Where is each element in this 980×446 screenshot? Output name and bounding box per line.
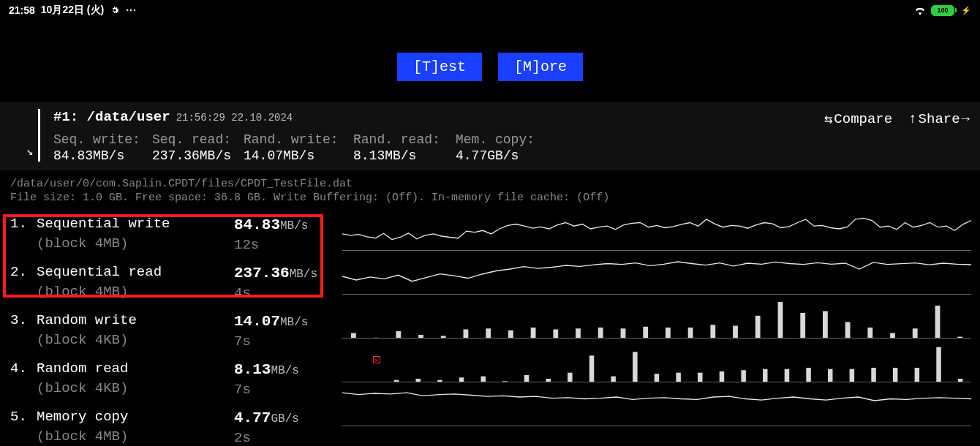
more-button[interactable]: [M]ore [498, 53, 583, 81]
result-summary-panel: ↘ #1: /data/user 21:56:29 22.10.2024 Seq… [0, 102, 980, 170]
run-title: #1: /data/user [53, 109, 170, 125]
svg-rect-38 [568, 373, 573, 382]
val-rand-read: 8.13MB/s [353, 148, 456, 163]
compare-icon: ⇆ [824, 110, 832, 128]
compare-button[interactable]: ⇆ Compare [824, 110, 892, 128]
test-value: 8.13 [234, 361, 271, 378]
chart-seq-read [342, 258, 971, 295]
svg-rect-13 [643, 327, 648, 339]
svg-rect-22 [845, 322, 851, 339]
top-button-bar: [T]est [M]ore [0, 20, 980, 102]
status-time: 21:58 [9, 4, 35, 16]
gear-icon [110, 5, 120, 15]
share-right-icon: → [962, 111, 970, 127]
svg-rect-20 [800, 313, 805, 339]
test-block: (block 4KB) [37, 330, 234, 350]
svg-rect-17 [733, 326, 738, 339]
svg-rect-15 [688, 328, 693, 339]
test-unit: MB/s [280, 316, 308, 329]
chart-seq-write [342, 214, 971, 251]
label-rand-read: Rand. read: [353, 132, 456, 147]
svg-rect-54 [915, 368, 920, 382]
test-unit: MB/s [290, 268, 317, 281]
val-seq-write: 84.83MB/s [53, 148, 152, 163]
chart-mem-copy [342, 390, 971, 426]
svg-rect-21 [823, 311, 828, 339]
test-row-seq-write: 1. Sequential write (block 4MB) 84.83MB/… [1, 210, 331, 258]
test-file-params: File size: 1.0 GB. Free space: 36.8 GB. … [10, 192, 970, 204]
android-status-bar: 21:58 10月22日 (火) ··· 100 ⚡ [0, 0, 980, 20]
test-duration: 7s [234, 332, 308, 352]
svg-rect-25 [913, 328, 918, 339]
svg-rect-8 [531, 328, 536, 339]
svg-rect-55 [936, 347, 941, 382]
svg-rect-12 [621, 328, 626, 339]
svg-rect-44 [698, 373, 703, 382]
result-accent-bar [38, 109, 40, 162]
svg-rect-16 [710, 325, 715, 339]
charts-column: × [331, 210, 980, 446]
tests-list: 1. Sequential write (block 4MB) 84.83MB/… [1, 210, 331, 446]
test-file-path: /data/user/0/com.Saplin.CPDT/files/CPDT_… [10, 178, 970, 190]
test-row-rand-read: 4. Random read (block 4KB) 8.13MB/s 7s [1, 355, 331, 403]
test-block: (block 4KB) [37, 379, 234, 398]
svg-rect-51 [850, 369, 855, 382]
test-idx: 4. [10, 359, 37, 400]
run-timestamp: 21:56:29 22.10.2024 [176, 112, 293, 124]
test-idx: 1. [10, 214, 37, 255]
test-row-mem-copy: 5. Memory copy (block 4MB) 4.77GB/s 2s [1, 403, 331, 446]
test-duration: 7s [234, 380, 299, 400]
svg-rect-47 [763, 369, 768, 382]
share-button[interactable]: ↑Share→ [908, 110, 970, 128]
test-value: 84.83 [234, 216, 280, 233]
test-block: (block 4MB) [37, 282, 234, 302]
test-duration: 4s [234, 284, 317, 303]
test-duration: 12s [234, 235, 308, 255]
svg-rect-53 [893, 368, 898, 382]
test-block: (block 4MB) [37, 427, 234, 446]
charging-icon: ⚡ [961, 6, 971, 15]
test-name: Memory copy [37, 407, 234, 427]
test-value: 14.07 [234, 313, 280, 330]
label-seq-write: Seq. write: [53, 132, 152, 147]
val-mem-copy: 4.77GB/s [456, 148, 543, 163]
compare-label: Compare [834, 111, 892, 127]
svg-rect-46 [741, 370, 746, 382]
test-name: Random read [37, 359, 234, 379]
test-value: 4.77 [234, 409, 271, 426]
label-seq-read: Seq. read: [152, 132, 244, 147]
svg-rect-52 [871, 368, 876, 382]
test-unit: MB/s [271, 364, 298, 377]
svg-rect-43 [676, 373, 681, 382]
svg-rect-26 [935, 306, 941, 339]
status-date: 10月22日 (火) [41, 4, 104, 17]
svg-rect-45 [720, 371, 725, 382]
svg-rect-11 [598, 328, 603, 339]
val-seq-read: 237.36MB/s [152, 148, 244, 163]
test-idx: 2. [10, 262, 37, 303]
test-idx: 5. [10, 407, 37, 446]
test-button[interactable]: [T]est [397, 53, 482, 81]
share-label: Share [919, 111, 960, 127]
test-row-rand-write: 3. Random write (block 4KB) 14.07MB/s 7s [1, 306, 331, 355]
test-name: Random write [37, 311, 234, 330]
svg-rect-48 [785, 369, 790, 382]
svg-rect-50 [828, 369, 833, 382]
test-name: Sequential write [37, 214, 234, 234]
test-idx: 3. [10, 311, 37, 352]
expand-arrow-icon[interactable]: ↘ [26, 144, 34, 159]
svg-rect-6 [486, 328, 491, 339]
svg-rect-39 [589, 355, 595, 382]
test-name: Sequential read [37, 262, 234, 282]
marker-icon: × [373, 356, 380, 363]
file-info-panel: /data/user/0/com.Saplin.CPDT/files/CPDT_… [0, 170, 980, 207]
test-unit: GB/s [271, 412, 298, 426]
test-row-seq-read: 2. Sequential read (block 4MB) 237.36MB/… [1, 258, 331, 306]
test-value: 237.36 [234, 265, 290, 281]
svg-rect-23 [867, 328, 872, 339]
test-unit: MB/s [280, 219, 308, 233]
svg-rect-18 [755, 316, 761, 339]
battery-pct: 100 [937, 7, 948, 14]
battery-indicator: 100 [931, 5, 957, 16]
label-rand-write: Rand. write: [244, 132, 353, 147]
